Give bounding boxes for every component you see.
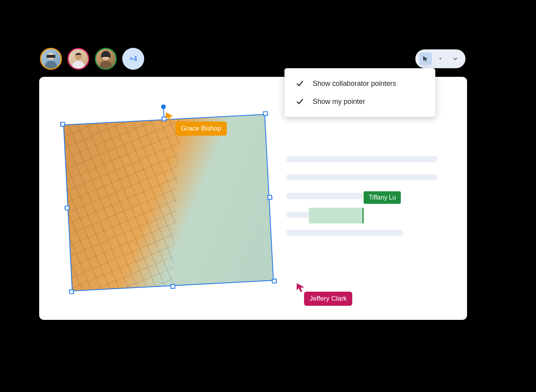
caret-down-icon (438, 56, 443, 61)
resize-handle-left[interactable] (65, 205, 70, 211)
svg-rect-2 (47, 55, 56, 58)
check-icon (295, 79, 304, 88)
person-icon (69, 49, 88, 69)
pointer-options-menu: Show collaborator pointers Show my point… (284, 68, 435, 117)
collaborator-pointer-jeffery: Jeffery Clark (295, 282, 306, 292)
text-line (286, 230, 404, 236)
pointer-dropdown-caret[interactable] (434, 53, 447, 65)
toolbar-expand-button[interactable] (449, 53, 462, 65)
resize-handle-br[interactable] (272, 279, 277, 284)
cursor-icon (165, 111, 175, 122)
collaborator-name-label: Tiffany Lu (364, 191, 401, 204)
person-icon (96, 49, 116, 69)
resize-handle-bottom[interactable] (170, 284, 176, 289)
text-line (286, 174, 437, 180)
svg-point-1 (45, 61, 57, 69)
image-content (63, 114, 274, 291)
pointer-tool-button[interactable] (419, 53, 432, 65)
text-line (286, 193, 363, 199)
avatar-1[interactable] (40, 48, 62, 70)
menu-item-label: Show collaborator pointers (313, 80, 396, 88)
menu-item-label: Show my pointer (313, 98, 365, 106)
person-icon (41, 49, 61, 69)
collaborator-pointer-grace: Grace Bishop (165, 111, 175, 122)
svg-point-4 (72, 61, 84, 69)
resize-handle-right[interactable] (267, 195, 272, 200)
resize-handle-bl[interactable] (69, 289, 74, 294)
cursor-icon (422, 55, 429, 62)
avatar-3[interactable] (95, 48, 117, 70)
collaborator-avatars: +4 (40, 48, 144, 70)
resize-handle-tr[interactable] (263, 111, 268, 116)
chevron-down-icon (452, 56, 458, 62)
text-placeholder-block (286, 156, 437, 180)
avatar-overflow[interactable]: +4 (122, 48, 144, 70)
cursor-icon (295, 282, 306, 292)
building-illustration (64, 115, 273, 290)
resize-handle-tl[interactable] (60, 122, 65, 127)
text-selection-highlight (309, 208, 364, 223)
check-icon (295, 97, 304, 106)
collaborator-name-label: Jeffery Clark (304, 292, 352, 306)
selected-image[interactable] (63, 114, 274, 291)
menu-item-show-my-pointer[interactable]: Show my pointer (284, 93, 435, 111)
collaborator-name-label: Grace Bishop (176, 122, 227, 136)
text-line (286, 212, 309, 218)
menu-item-show-collaborator-pointers[interactable]: Show collaborator pointers (284, 74, 435, 93)
overflow-count: +4 (129, 55, 138, 63)
pointer-toolbar (415, 49, 465, 68)
text-line (286, 156, 437, 162)
svg-point-6 (100, 61, 112, 69)
avatar-2[interactable] (67, 48, 89, 70)
